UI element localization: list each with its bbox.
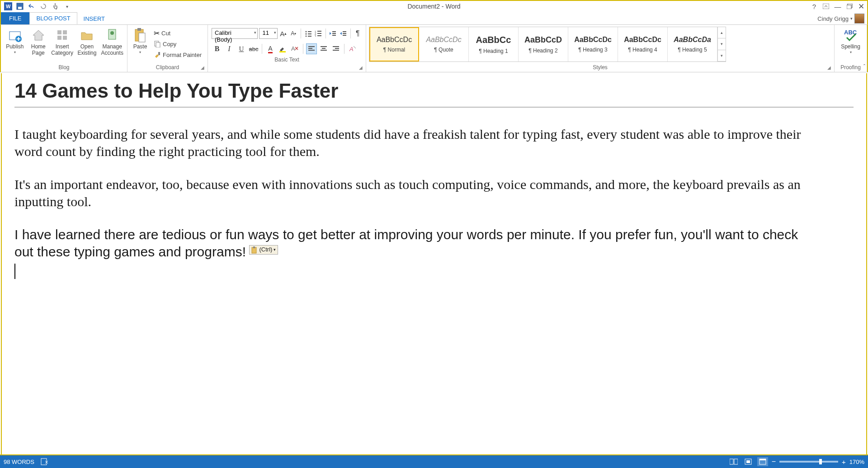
style-name: ¶ Heading 3 — [578, 47, 608, 53]
svg-rect-60 — [760, 459, 766, 460]
quick-access-toolbar: W ▾ — [1, 2, 71, 11]
tab-file[interactable]: FILE — [1, 12, 29, 24]
style-normal[interactable]: AaBbCcDc ¶ Normal — [369, 27, 419, 61]
style-name: ¶ Normal — [383, 47, 405, 53]
style-name: ¶ Heading 1 — [479, 48, 508, 54]
align-right-button[interactable] — [330, 43, 341, 54]
decrease-indent-button[interactable] — [329, 28, 338, 39]
style-heading2[interactable]: AaBbCcD ¶ Heading 2 — [519, 27, 568, 61]
highlight-button[interactable] — [277, 43, 288, 54]
svg-rect-41 — [308, 46, 315, 47]
proofing-status-icon[interactable] — [41, 458, 49, 465]
zoom-out-button[interactable]: − — [772, 458, 776, 466]
zoom-in-button[interactable]: + — [842, 458, 846, 466]
italic-button[interactable]: I — [224, 43, 235, 54]
align-center-button[interactable] — [318, 43, 329, 54]
tab-blogpost[interactable]: BLOG POST — [29, 12, 77, 24]
paragraph-3: I have learned there are tedious or fun … — [14, 226, 810, 260]
save-icon[interactable] — [15, 2, 24, 11]
increase-indent-button[interactable] — [339, 28, 348, 39]
copy-icon — [154, 40, 161, 47]
print-layout-icon[interactable] — [743, 457, 754, 466]
clipboard-launcher-icon[interactable]: ◢ — [201, 65, 206, 71]
svg-rect-33 — [332, 31, 336, 32]
paste-button[interactable]: Paste ▾ — [129, 26, 151, 54]
publish-button[interactable]: Publish ▾ — [3, 26, 27, 54]
user-account[interactable]: Cindy Grigg ▾ — [817, 14, 864, 24]
qat-more-icon[interactable]: ▾ — [62, 2, 71, 11]
pilcrow-button[interactable]: ¶ — [353, 28, 362, 39]
copy-button[interactable]: Copy — [152, 38, 203, 49]
style-name: ¶ Heading 2 — [528, 47, 558, 54]
tab-insert[interactable]: INSERT — [77, 13, 111, 24]
group-clipboard-label: Clipboard — [129, 63, 206, 72]
gallery-down-icon[interactable]: ▾ — [718, 38, 726, 50]
style-preview: AaBbCcD — [524, 35, 562, 45]
svg-rect-46 — [321, 50, 327, 51]
web-layout-icon[interactable] — [757, 457, 768, 466]
styles-launcher-icon[interactable]: ◢ — [827, 65, 833, 71]
touch-mode-icon[interactable] — [51, 2, 60, 11]
document-area[interactable]: 14 Games to Help You Type Faster I taugh… — [1, 73, 867, 454]
style-preview: AaBbCcDc — [624, 36, 661, 44]
home-icon — [31, 28, 46, 43]
read-mode-icon[interactable] — [728, 457, 739, 466]
homepage-button[interactable]: Home Page — [28, 26, 49, 57]
group-blog-label: Blog — [3, 63, 125, 72]
insertcat-button[interactable]: Insert Category — [50, 26, 75, 57]
zoom-slider[interactable] — [779, 461, 838, 463]
bold-button[interactable]: B — [212, 43, 222, 54]
help-icon[interactable]: ? — [810, 2, 818, 10]
style-heading4[interactable]: AaBbCcDc ¶ Heading 4 — [618, 27, 668, 61]
basictext-launcher-icon[interactable]: ◢ — [359, 65, 364, 71]
style-heading5[interactable]: AaBbCcDa ¶ Heading 5 — [668, 27, 717, 61]
grow-font-button[interactable]: A▴ — [279, 28, 288, 39]
font-name-select[interactable]: Calibri (Body)▾ — [212, 28, 258, 39]
dropdown-icon: ▾ — [139, 50, 141, 54]
cut-button[interactable]: ✂ Cut — [152, 28, 203, 38]
restore-icon[interactable] — [845, 2, 854, 10]
bullets-button[interactable] — [304, 28, 313, 39]
style-heading3[interactable]: AaBbCcDc ¶ Heading 3 — [568, 27, 618, 61]
ribbon-collapse-icon[interactable]: ˆ — [863, 64, 865, 70]
svg-rect-35 — [332, 35, 336, 36]
style-heading1[interactable]: AaBbCc ¶ Heading 1 — [469, 27, 519, 61]
ribbon-display-icon[interactable] — [822, 2, 830, 10]
paste-options-button[interactable]: (Ctrl) ▾ — [249, 245, 278, 254]
font-color-button[interactable]: A — [265, 43, 276, 54]
style-name: ¶ Heading 5 — [678, 47, 707, 53]
word-count[interactable]: 98 WORDS — [4, 459, 34, 465]
zoom-thumb[interactable] — [819, 459, 822, 464]
openexisting-button[interactable]: Open Existing — [76, 26, 99, 57]
svg-rect-24 — [308, 33, 311, 34]
manageacc-button[interactable]: Manage Accounts — [99, 26, 125, 57]
gallery-more-icon[interactable]: ▾ — [718, 50, 726, 61]
word-icon: W — [4, 2, 13, 11]
redo-icon[interactable] — [39, 2, 48, 11]
gallery-scroll: ▴ ▾ ▾ — [717, 27, 726, 61]
style-quote[interactable]: AaBbCcDc ¶ Quote — [419, 27, 469, 61]
style-preview: AaBbCcDc — [574, 36, 612, 44]
svg-rect-20 — [158, 52, 160, 55]
clear-format-button[interactable]: A — [289, 43, 300, 54]
group-basictext: Calibri (Body)▾ 11▾ A▴ A▾ 123 ¶ B I U ab… — [208, 25, 366, 72]
shrink-font-button[interactable]: A▾ — [289, 28, 298, 39]
numbering-button[interactable]: 123 — [314, 28, 323, 39]
group-proofing-label: Proofing — [836, 63, 865, 72]
style-preview: AaBbCcDc — [426, 36, 461, 44]
document-heading: 14 Games to Help You Type Faster — [14, 80, 854, 102]
strikethrough-button[interactable]: abc — [248, 43, 259, 54]
zoom-level[interactable]: 170% — [849, 459, 864, 465]
font-size-select[interactable]: 11▾ — [259, 28, 277, 39]
font-size-value: 11 — [262, 29, 269, 36]
align-left-button[interactable] — [306, 43, 317, 54]
close-icon[interactable]: ✕ — [857, 2, 865, 10]
formatpainter-button[interactable]: Format Painter — [152, 49, 203, 60]
minimize-icon[interactable]: — — [834, 2, 842, 10]
clear-all-format-button[interactable]: A — [347, 43, 358, 54]
underline-button[interactable]: U — [236, 43, 247, 54]
svg-rect-12 — [63, 36, 67, 40]
gallery-up-icon[interactable]: ▴ — [718, 27, 726, 38]
undo-icon[interactable] — [27, 2, 36, 11]
spelling-button[interactable]: ABC Spelling ▾ — [838, 26, 863, 54]
